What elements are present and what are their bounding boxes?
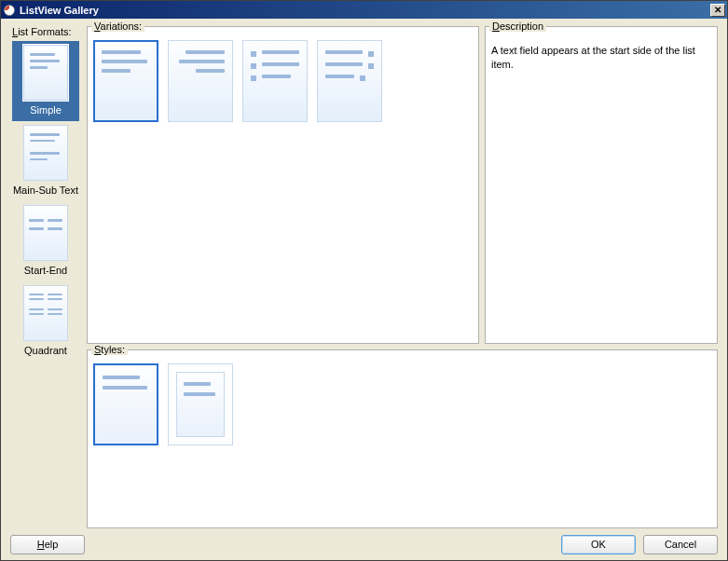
format-main-sub[interactable]: Main-Sub Text: [12, 121, 79, 201]
format-start-end[interactable]: Start-End: [12, 201, 79, 281]
description-panel: Description A text field appears at the …: [485, 26, 718, 344]
cancel-button[interactable]: Cancel: [643, 535, 718, 554]
styles-label: Styles:: [91, 344, 128, 355]
formats-list: Simple Main-Sub Text Start-End: [10, 41, 81, 528]
styles-list: [93, 363, 711, 445]
window-title: ListView Gallery: [20, 5, 710, 16]
description-label: Description: [489, 21, 546, 32]
variations-panel: Variations:: [87, 26, 479, 344]
variations-list: [93, 40, 473, 122]
formats-column: List Formats: Simple Main-Sub Text: [10, 26, 81, 528]
style-1[interactable]: [93, 363, 158, 445]
dialog-window: ListView Gallery ✕ List Formats: Simple …: [0, 0, 728, 561]
description-text: A text field appears at the start side o…: [491, 42, 711, 72]
variation-4[interactable]: [317, 40, 382, 122]
format-label: Quadrant: [12, 345, 79, 356]
variation-2[interactable]: [168, 40, 233, 122]
format-thumb-icon: [23, 45, 68, 101]
help-button[interactable]: Help: [10, 535, 85, 554]
variations-label: Variations:: [91, 21, 144, 32]
format-label: Simple: [12, 104, 79, 116]
close-button[interactable]: ✕: [710, 4, 725, 17]
right-column: Variations:: [87, 26, 718, 528]
format-thumb-icon: [23, 285, 68, 341]
formats-label: List Formats:: [10, 26, 81, 41]
format-thumb-icon: [23, 205, 68, 261]
style-2[interactable]: [168, 363, 233, 445]
button-bar: Help OK Cancel: [1, 534, 727, 560]
app-icon: [3, 4, 16, 17]
format-quadrant[interactable]: Quadrant: [12, 281, 79, 362]
variation-1[interactable]: [93, 40, 158, 122]
styles-panel: Styles:: [87, 349, 718, 528]
format-label: Start-End: [12, 265, 79, 276]
variation-3[interactable]: [242, 40, 308, 122]
format-label: Main-Sub Text: [12, 185, 79, 196]
content-area: List Formats: Simple Main-Sub Text: [1, 19, 727, 534]
format-thumb-icon: [23, 125, 68, 181]
titlebar: ListView Gallery ✕: [1, 1, 727, 19]
ok-button[interactable]: OK: [561, 535, 636, 554]
format-simple[interactable]: Simple: [12, 41, 79, 121]
svg-point-1: [7, 8, 11, 12]
top-row: Variations:: [87, 26, 718, 344]
